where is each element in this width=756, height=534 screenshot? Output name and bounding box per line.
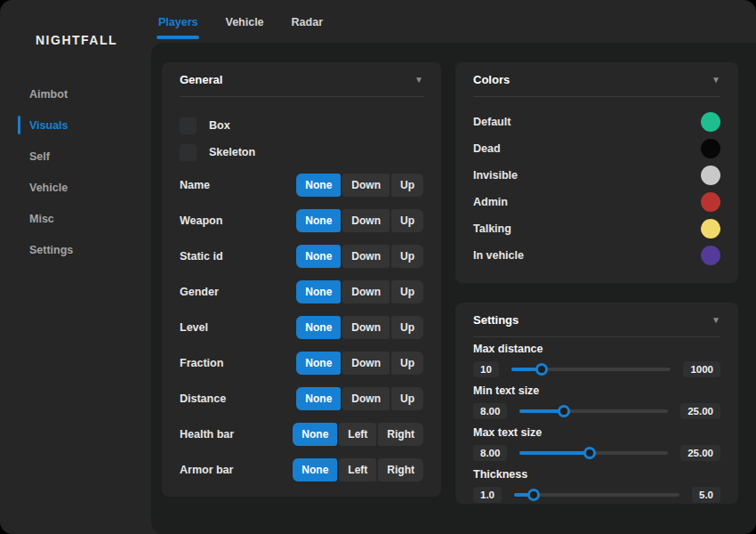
min-text-size-slider-thumb[interactable] (558, 405, 570, 417)
armor-bar-segmented-control: None Left Right (293, 458, 423, 481)
fraction-option-down[interactable]: Down (342, 352, 390, 375)
tab-vehicle[interactable]: Vehicle (225, 0, 263, 43)
distance-option-none[interactable]: None (296, 387, 341, 410)
default-color-swatch[interactable] (701, 112, 720, 132)
talking-color-label: Talking (473, 222, 511, 235)
health-bar-segmented-control: None Left Right (293, 423, 423, 446)
default-color-label: Default (473, 116, 511, 128)
box-checkbox[interactable] (180, 117, 197, 134)
gender-row-label: Gender (180, 286, 219, 298)
chevron-down-icon[interactable]: ▼ (712, 75, 720, 85)
sidebar-item-label: Misc (29, 213, 54, 225)
thickness-slider-fill (514, 493, 534, 497)
distance-option-up[interactable]: Up (391, 387, 423, 410)
sidebar-item-label: Vehicle (29, 182, 68, 194)
dead-color-swatch[interactable] (701, 139, 720, 158)
general-checkboxes: Box Skeleton (180, 117, 423, 161)
level-option-up[interactable]: Up (391, 316, 423, 339)
talking-color-swatch[interactable] (701, 219, 720, 239)
name-option-none[interactable]: None (296, 174, 341, 197)
general-card: General ▼ Box Skeleton Name None (162, 62, 441, 497)
settings-card: Settings ▼ Max distance 10 1000 Min text… (455, 303, 738, 504)
min-text-size-min-value: 8.00 (473, 403, 507, 419)
max-distance-min-value: 10 (473, 361, 499, 377)
skeleton-checkbox[interactable] (180, 144, 197, 161)
weapon-option-none[interactable]: None (296, 209, 341, 232)
max-text-size-group: Max text size 8.00 25.00 (473, 426, 720, 463)
fraction-option-up[interactable]: Up (391, 352, 423, 375)
max-text-size-max-value: 25.00 (680, 445, 720, 461)
level-option-none[interactable]: None (296, 316, 341, 339)
in-vehicle-color-swatch[interactable] (701, 246, 720, 265)
weapon-row-label: Weapon (180, 214, 222, 227)
min-text-size-slider[interactable] (519, 409, 668, 413)
box-checkbox-label: Box (209, 119, 230, 132)
weapon-option-up[interactable]: Up (391, 209, 423, 232)
armor-bar-option-none[interactable]: None (293, 458, 337, 481)
name-option-up[interactable]: Up (391, 174, 423, 197)
static-id-row-label: Static id (180, 250, 223, 263)
admin-color-swatch[interactable] (701, 192, 720, 212)
sidebar-item-settings[interactable]: Settings (0, 234, 151, 265)
skeleton-checkbox-label: Skeleton (209, 146, 255, 158)
max-distance-max-value: 1000 (683, 361, 720, 377)
gender-option-up[interactable]: Up (391, 280, 423, 303)
invisible-color-row: Invisible (473, 162, 720, 189)
skeleton-checkbox-row[interactable]: Skeleton (180, 143, 423, 161)
box-checkbox-row[interactable]: Box (180, 117, 423, 134)
sidebar-item-vehicle[interactable]: Vehicle (0, 172, 151, 203)
tab-vehicle-label: Vehicle (225, 16, 263, 28)
armor-bar-option-right[interactable]: Right (378, 458, 423, 481)
thickness-slider-thumb[interactable] (527, 489, 540, 501)
static-id-option-down[interactable]: Down (342, 245, 390, 268)
health-bar-option-left[interactable]: Left (339, 423, 376, 446)
dead-color-row: Dead (473, 135, 720, 162)
static-id-option-up[interactable]: Up (391, 245, 423, 268)
app-window: NIGHTFALL Players Vehicle Radar Aimbot V… (0, 0, 756, 534)
max-distance-slider[interactable] (511, 368, 672, 371)
chevron-down-icon[interactable]: ▼ (414, 75, 423, 85)
sidebar-item-aimbot[interactable]: Aimbot (0, 78, 151, 109)
max-text-size-slider-row: 8.00 25.00 (473, 443, 720, 463)
max-distance-slider-fill (511, 368, 542, 371)
health-bar-option-none[interactable]: None (293, 423, 337, 446)
sidebar: Aimbot Visuals Self Vehicle Misc Setting… (0, 78, 151, 265)
gender-option-none[interactable]: None (296, 280, 341, 303)
health-bar-option-right[interactable]: Right (378, 423, 423, 446)
gender-option-down[interactable]: Down (342, 280, 390, 303)
armor-bar-option-left[interactable]: Left (339, 458, 376, 481)
thickness-slider[interactable] (514, 493, 680, 497)
top-tabs: Players Vehicle Radar (158, 0, 323, 43)
fraction-row: Fraction None Down Up (180, 352, 423, 375)
active-tab-underline (157, 36, 199, 39)
sidebar-item-visuals[interactable]: Visuals (0, 109, 151, 141)
colors-card-header: Colors ▼ (473, 62, 720, 97)
level-option-down[interactable]: Down (342, 316, 390, 339)
static-id-option-none[interactable]: None (296, 245, 341, 268)
tab-players[interactable]: Players (158, 0, 197, 43)
min-text-size-slider-fill (519, 409, 564, 413)
general-card-header: General ▼ (180, 62, 423, 97)
chevron-down-icon[interactable]: ▼ (712, 315, 720, 325)
name-option-down[interactable]: Down (342, 174, 390, 197)
dead-color-label: Dead (473, 142, 501, 155)
max-text-size-slider[interactable] (519, 451, 668, 455)
tab-radar-label: Radar (292, 16, 323, 28)
distance-option-down[interactable]: Down (342, 387, 390, 410)
sidebar-item-misc[interactable]: Misc (0, 203, 151, 234)
settings-card-header: Settings ▼ (473, 303, 720, 337)
invisible-color-swatch[interactable] (701, 166, 720, 185)
sidebar-item-label: Aimbot (29, 88, 68, 101)
min-text-size-slider-row: 8.00 25.00 (473, 401, 720, 421)
weapon-option-down[interactable]: Down (342, 209, 390, 232)
max-distance-slider-thumb[interactable] (535, 363, 548, 376)
sidebar-item-self[interactable]: Self (0, 141, 151, 172)
gender-row: Gender None Down Up (180, 280, 423, 303)
admin-color-row: Admin (473, 189, 720, 215)
sidebar-item-label: Visuals (29, 119, 68, 132)
armor-bar-row-label: Armor bar (180, 464, 233, 476)
fraction-option-none[interactable]: None (296, 352, 341, 375)
max-text-size-slider-thumb[interactable] (583, 447, 596, 459)
general-option-rows: Name None Down Up Weapon None Down Up (180, 174, 423, 481)
tab-radar[interactable]: Radar (292, 0, 323, 43)
